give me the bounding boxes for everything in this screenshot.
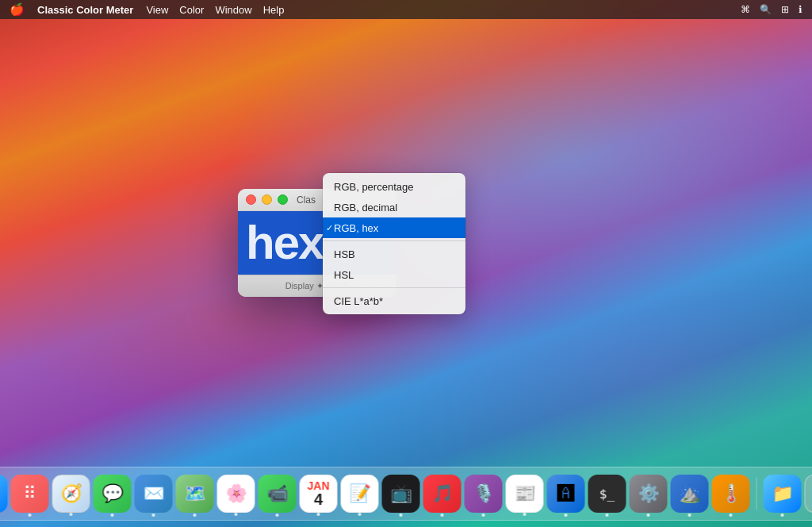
dropdown-item-hsl[interactable]: HSL bbox=[323, 264, 465, 285]
dock-app-menuweather[interactable]: 🌡️ bbox=[712, 475, 750, 513]
minimize-button[interactable] bbox=[262, 194, 272, 205]
dropdown-item-cie-lab[interactable]: CIE L*a*b* bbox=[323, 290, 465, 311]
dock-app-launchpad[interactable]: ⠿ bbox=[11, 475, 49, 513]
dock-app-music[interactable]: 🎵 bbox=[423, 475, 462, 513]
dock-app-appstore[interactable]: 🅰 bbox=[547, 475, 585, 513]
menubar: 🍎 Classic Color Meter View Color Window … bbox=[0, 0, 812, 19]
dropdown-label-rgb-decimal: RGB, decimal bbox=[334, 202, 397, 213]
dock: 🤝 ⠿ 🧭 💬 ✉️ 🗺️ 🌸 📹 JAN4 📝 📺 🎵 🎙️ bbox=[0, 467, 812, 521]
maximize-button[interactable] bbox=[278, 194, 288, 205]
dock-app-news[interactable]: 📰 bbox=[506, 475, 544, 513]
dropdown-label-cie-lab: CIE L*a*b* bbox=[334, 295, 383, 307]
dropdown-separator-2 bbox=[323, 287, 465, 288]
color-format-dropdown: RGB, percentage RGB, decimal ✓ RGB, hex … bbox=[323, 173, 465, 314]
dropdown-item-rgb-hex[interactable]: ✓ RGB, hex bbox=[323, 217, 465, 238]
dropdown-item-rgb-percentage[interactable]: RGB, percentage bbox=[323, 176, 465, 197]
dock-app-podcasts[interactable]: 🎙️ bbox=[465, 475, 503, 513]
dock-separator bbox=[756, 478, 757, 510]
menu-help[interactable]: Help bbox=[263, 4, 285, 16]
dock-app-altimeter[interactable]: ⛰️ bbox=[671, 475, 709, 513]
dock-app-finder[interactable]: 🤝 bbox=[0, 475, 8, 513]
dropdown-separator-1 bbox=[323, 240, 465, 241]
dock-app-maps[interactable]: 🗺️ bbox=[176, 475, 214, 513]
dock-app-finder2[interactable]: 📁 bbox=[764, 475, 802, 513]
dock-app-messages[interactable]: 💬 bbox=[94, 475, 132, 513]
dock-app-photos[interactable]: 🌸 bbox=[217, 475, 255, 513]
dropdown-label-rgb-percentage: RGB, percentage bbox=[334, 181, 413, 193]
dropdown-item-hsb[interactable]: HSB bbox=[323, 244, 465, 264]
dock-app-facetime[interactable]: 📹 bbox=[259, 475, 297, 513]
dock-app-sysprefs[interactable]: ⚙️ bbox=[630, 475, 668, 513]
info-icon[interactable]: ℹ bbox=[799, 4, 802, 15]
control-center-icon[interactable]: ⊞ bbox=[781, 4, 789, 15]
ccm-preview-text: hex bbox=[238, 219, 323, 267]
menubar-right: ⌘ 🔍 ⊞ ℹ bbox=[741, 4, 802, 15]
dock-app-safari[interactable]: 🧭 bbox=[52, 475, 90, 513]
dropdown-label-rgb-hex: RGB, hex bbox=[334, 222, 378, 234]
dropdown-label-hsl: HSL bbox=[334, 269, 354, 281]
dock-app-appletv[interactable]: 📺 bbox=[382, 475, 420, 513]
dock-app-calendar[interactable]: JAN4 bbox=[300, 475, 338, 513]
menu-view[interactable]: View bbox=[146, 4, 168, 16]
dock-app-trash[interactable]: 🗑️ bbox=[805, 475, 813, 513]
dock-app-reminders[interactable]: 📝 bbox=[341, 475, 379, 513]
dropdown-label-hsb: HSB bbox=[334, 248, 355, 260]
wifi-icon: ⌘ bbox=[741, 4, 750, 15]
menu-window[interactable]: Window bbox=[215, 4, 251, 16]
window-title: Clas bbox=[297, 194, 316, 206]
checkmark-icon: ✓ bbox=[326, 223, 333, 233]
menubar-items: View Color Window Help bbox=[146, 4, 284, 16]
search-icon[interactable]: 🔍 bbox=[760, 4, 772, 15]
menubar-left: 🍎 Classic Color Meter View Color Window … bbox=[10, 2, 284, 17]
close-button[interactable] bbox=[246, 194, 256, 205]
dropdown-item-rgb-decimal[interactable]: RGB, decimal bbox=[323, 197, 465, 217]
dock-app-terminal[interactable]: $_ bbox=[588, 475, 626, 513]
dock-app-mail[interactable]: ✉️ bbox=[135, 475, 173, 513]
menu-color[interactable]: Color bbox=[179, 4, 204, 16]
apple-menu[interactable]: 🍎 bbox=[10, 2, 25, 17]
menubar-appname[interactable]: Classic Color Meter bbox=[37, 4, 133, 16]
